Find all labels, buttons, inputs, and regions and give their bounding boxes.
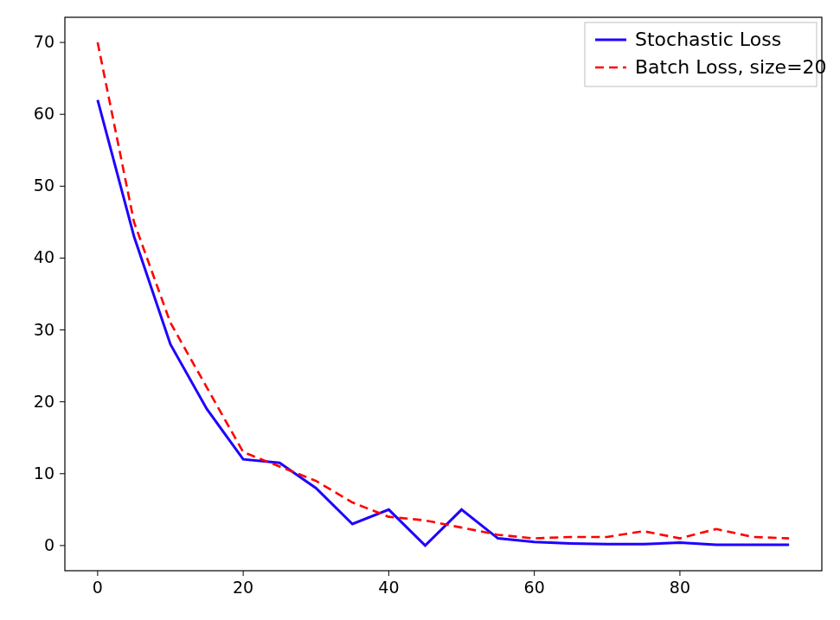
x-axis-ticks: 020406080 bbox=[93, 571, 690, 597]
x-tick-label: 80 bbox=[670, 578, 690, 597]
legend: Stochastic Loss Batch Loss, size=20 bbox=[585, 22, 827, 86]
series-stochastic-loss bbox=[98, 100, 789, 546]
line-chart: 020406080 010203040506070 Stochastic Los… bbox=[0, 0, 840, 620]
y-tick-label: 40 bbox=[34, 247, 55, 266]
y-axis-ticks: 010203040506070 bbox=[34, 32, 65, 554]
x-tick-label: 60 bbox=[524, 578, 545, 597]
x-tick-label: 0 bbox=[93, 578, 103, 597]
y-tick-label: 20 bbox=[34, 392, 55, 411]
y-tick-label: 0 bbox=[44, 535, 55, 554]
plot-border bbox=[65, 17, 822, 571]
legend-label-batch: Batch Loss, size=20 bbox=[635, 56, 827, 78]
y-tick-label: 70 bbox=[34, 32, 55, 51]
y-tick-label: 50 bbox=[34, 176, 55, 195]
chart-container: 020406080 010203040506070 Stochastic Los… bbox=[0, 0, 840, 620]
x-tick-label: 40 bbox=[378, 578, 399, 597]
y-tick-label: 60 bbox=[34, 104, 55, 123]
series-batch-loss bbox=[98, 42, 789, 539]
y-tick-label: 30 bbox=[34, 320, 55, 339]
x-tick-label: 20 bbox=[233, 578, 253, 597]
y-tick-label: 10 bbox=[34, 463, 55, 483]
legend-label-stochastic: Stochastic Loss bbox=[635, 29, 781, 50]
